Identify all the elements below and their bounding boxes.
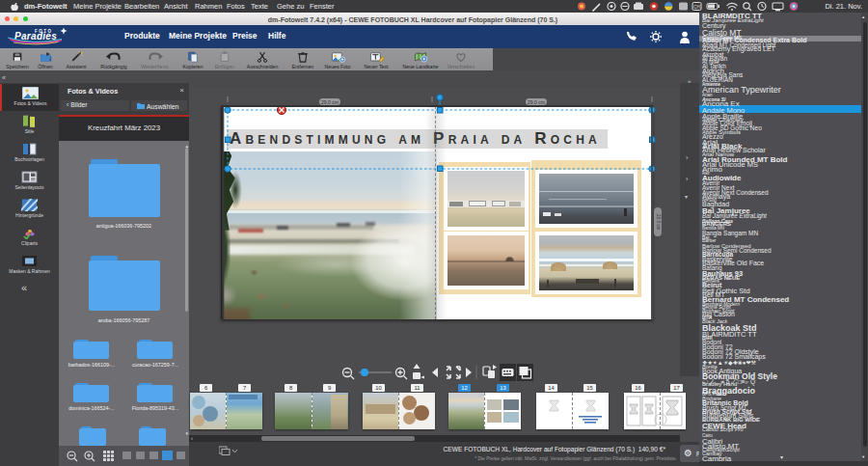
svg-text:29,0 cm: 29,0 cm: [528, 99, 545, 105]
svg-text:29,0 cm: 29,0 cm: [321, 99, 339, 105]
svg-text:CH: CH: [693, 5, 700, 10]
svg-text:Paradies: Paradies: [14, 31, 57, 41]
